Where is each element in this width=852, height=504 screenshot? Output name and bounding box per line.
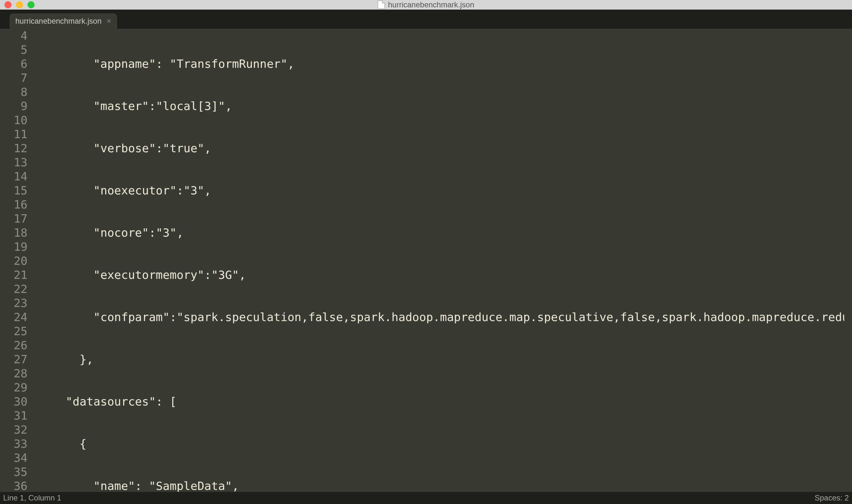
maximize-window-button[interactable] — [28, 1, 35, 8]
line-number: 15 — [0, 183, 28, 198]
code-line[interactable]: "master":"local[3]", — [52, 99, 844, 113]
line-number: 4 — [0, 29, 28, 43]
file-icon — [378, 1, 385, 9]
code-line[interactable]: "appname": "TransformRunner", — [52, 57, 844, 71]
close-icon[interactable]: × — [107, 17, 111, 25]
line-number: 22 — [0, 282, 28, 296]
line-number: 20 — [0, 254, 28, 268]
line-number: 14 — [0, 169, 28, 183]
line-number: 11 — [0, 127, 28, 141]
line-number: 29 — [0, 381, 28, 395]
line-number: 33 — [0, 437, 28, 451]
traffic-lights — [4, 1, 35, 8]
line-number: 17 — [0, 212, 28, 226]
line-number: 21 — [0, 268, 28, 282]
line-number: 26 — [0, 338, 28, 353]
line-number-gutter: 4 5 6 7 8 9 10 11 12 13 14 15 16 17 18 1… — [0, 29, 34, 492]
line-number: 18 — [0, 226, 28, 240]
line-number: 7 — [0, 71, 28, 85]
line-number: 32 — [0, 423, 28, 437]
code-line[interactable]: "verbose":"true", — [52, 141, 844, 156]
line-number: 25 — [0, 324, 28, 338]
line-number: 10 — [0, 113, 28, 127]
line-number: 12 — [0, 141, 28, 156]
line-number: 24 — [0, 310, 28, 324]
status-bar: Line 1, Column 1 Spaces: 2 — [0, 492, 852, 504]
line-number: 19 — [0, 240, 28, 254]
line-number: 13 — [0, 156, 28, 169]
line-number: 8 — [0, 85, 28, 99]
line-number: 6 — [0, 57, 28, 71]
code-line[interactable]: { — [52, 437, 844, 451]
minimize-window-button[interactable] — [16, 1, 23, 8]
code-line[interactable]: "datasources": [ — [52, 395, 844, 409]
code-line[interactable]: "name": "SampleData", — [52, 479, 844, 492]
title-bar: hurricanebenchmark.json — [0, 0, 852, 10]
code-line[interactable]: "confparam":"spark.speculation,false,spa… — [52, 310, 844, 324]
line-number: 35 — [0, 465, 28, 479]
code-line[interactable]: }, — [52, 353, 844, 366]
line-number: 30 — [0, 395, 28, 409]
tabs-bar: hurricanebenchmark.json × — [0, 10, 852, 29]
code-line[interactable]: "executormemory":"3G", — [52, 268, 844, 282]
tab-hurricanebenchmark[interactable]: hurricanebenchmark.json × — [10, 14, 117, 29]
code-line[interactable]: "noexecutor":"3", — [52, 183, 844, 198]
line-number: 23 — [0, 296, 28, 310]
line-number: 27 — [0, 353, 28, 366]
close-window-button[interactable] — [4, 1, 12, 8]
window-title: hurricanebenchmark.json — [378, 0, 474, 9]
line-number: 31 — [0, 409, 28, 423]
cursor-position[interactable]: Line 1, Column 1 — [3, 493, 61, 502]
code-area[interactable]: "appname": "TransformRunner", "master":"… — [52, 29, 844, 492]
editor[interactable]: 4 5 6 7 8 9 10 11 12 13 14 15 16 17 18 1… — [0, 29, 852, 492]
line-number: 9 — [0, 99, 28, 113]
tab-label: hurricanebenchmark.json — [15, 17, 102, 25]
indentation-setting[interactable]: Spaces: 2 — [815, 493, 849, 502]
fold-column — [34, 29, 52, 492]
line-number: 28 — [0, 366, 28, 381]
window-title-text: hurricanebenchmark.json — [388, 0, 474, 9]
line-number: 5 — [0, 43, 28, 57]
line-number: 16 — [0, 198, 28, 212]
code-line[interactable]: "nocore":"3", — [52, 226, 844, 240]
minimap[interactable] — [844, 29, 852, 492]
line-number: 34 — [0, 451, 28, 465]
line-number: 36 — [0, 479, 28, 493]
